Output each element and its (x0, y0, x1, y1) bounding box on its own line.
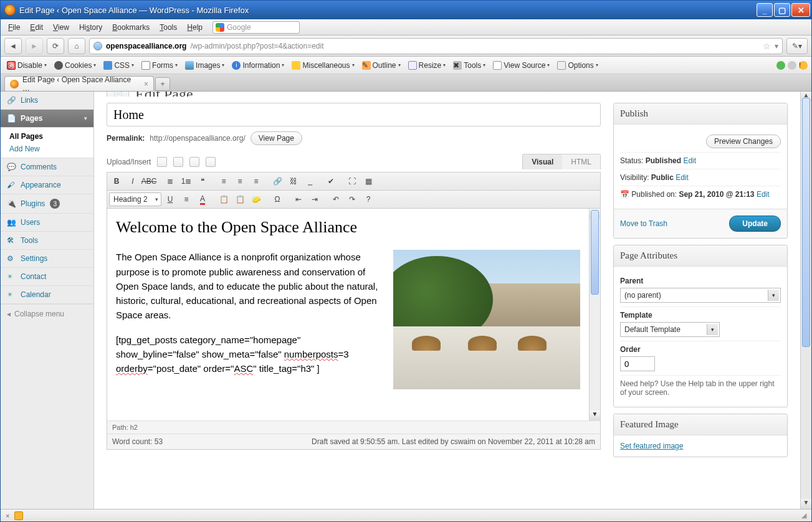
statusbar-close-icon[interactable]: × (6, 512, 9, 520)
edit-date-link[interactable]: Edit (757, 190, 770, 199)
window-maximize-button[interactable]: ▢ (774, 3, 790, 17)
browser-tab-active[interactable]: Edit Page ‹ Open Space Alliance … × (4, 76, 154, 91)
underline-button[interactable]: U (163, 192, 178, 206)
menu-bookmarks[interactable]: Bookmarks (108, 21, 153, 34)
kitchensink-button[interactable]: ▦ (361, 174, 376, 188)
preview-changes-button[interactable]: Preview Changes (706, 135, 781, 148)
wdt-outline[interactable]: ✎Outline▾ (360, 60, 403, 71)
strike-button[interactable]: ABC (141, 174, 156, 188)
resize-grip-icon[interactable]: ◢ (801, 511, 806, 520)
browser-scroll-thumb[interactable] (802, 98, 810, 347)
scroll-down-icon[interactable]: ▼ (590, 410, 600, 420)
more-button[interactable]: ⎯ (302, 174, 317, 188)
justify-button[interactable]: ≡ (179, 192, 194, 206)
template-select[interactable]: Default Template▾ (620, 322, 720, 337)
remove-format-button[interactable]: 🧽 (249, 192, 264, 206)
ol-button[interactable]: 1≣ (179, 174, 194, 188)
add-video-icon[interactable] (173, 157, 183, 167)
scroll-thumb[interactable] (591, 210, 599, 295)
window-close-button[interactable]: ✕ (791, 3, 810, 17)
wdt-forms[interactable]: Forms▾ (139, 60, 180, 71)
browser-scroll-down-icon[interactable]: ▼ (801, 499, 811, 509)
editor-body[interactable]: Welcome to the Open Space Alliance The O… (107, 209, 589, 420)
ul-button[interactable]: ≣ (163, 174, 178, 188)
parent-select[interactable]: (no parent)▾ (620, 288, 781, 303)
wdt-tools[interactable]: ✖Tools▾ (451, 60, 488, 71)
fullscreen-button[interactable]: ⛶ (345, 174, 360, 188)
sidebar-item-pages[interactable]: 📄Pages▾ (1, 110, 93, 128)
wdt-information[interactable]: iInformation▾ (229, 60, 287, 71)
wdt-resize[interactable]: Resize▾ (406, 60, 449, 71)
format-select[interactable]: Heading 2 (109, 192, 161, 206)
blockquote-button[interactable]: ❝ (195, 174, 210, 188)
undo-button[interactable]: ↶ (328, 192, 343, 206)
wdt-images[interactable]: Images▾ (183, 60, 227, 71)
sidebar-item-appearance[interactable]: 🖌Appearance (1, 176, 93, 194)
wdt-disable[interactable]: ⦸Disable▾ (4, 60, 49, 71)
window-minimize-button[interactable]: _ (757, 3, 773, 17)
bold-button[interactable]: B (109, 174, 124, 188)
editor-tab-visual[interactable]: Visual (523, 154, 562, 169)
align-center-button[interactable]: ≡ (232, 174, 247, 188)
statusbar-addon-icon[interactable] (14, 511, 23, 520)
redo-button[interactable]: ↷ (345, 192, 360, 206)
edit-visibility-link[interactable]: Edit (676, 173, 689, 182)
align-right-button[interactable]: ≡ (249, 174, 264, 188)
edit-status-link[interactable]: Edit (683, 156, 696, 165)
bookmark-star-icon[interactable]: ☆ (763, 41, 771, 51)
move-to-trash-link[interactable]: Move to Trash (620, 219, 667, 228)
sidebar-item-tools[interactable]: 🛠Tools (1, 232, 93, 250)
browser-scrollbar[interactable]: ▲ ▼ (800, 92, 811, 509)
wdt-viewsource[interactable]: View Source▾ (490, 60, 552, 71)
update-button[interactable]: Update (729, 216, 781, 232)
view-page-button[interactable]: View Page (251, 131, 302, 145)
sidebar-sub-all-pages[interactable]: All Pages (9, 130, 93, 143)
italic-button[interactable]: I (125, 174, 140, 188)
sidebar-collapse[interactable]: ◂Collapse menu (1, 304, 93, 323)
sidebar-item-calendar[interactable]: ✴Calendar (1, 286, 93, 304)
home-button[interactable]: ⌂ (68, 38, 85, 54)
wdt-misc[interactable]: Miscellaneous▾ (289, 60, 356, 71)
browser-search-field[interactable]: Google (213, 21, 300, 34)
outdent-button[interactable]: ⇤ (291, 192, 306, 206)
post-title-input[interactable] (107, 103, 601, 126)
forward-button[interactable]: ► (26, 38, 43, 54)
charmap-button[interactable]: Ω (270, 192, 285, 206)
dropdown-arrow-icon[interactable]: ▾ (775, 42, 778, 50)
sidebar-item-comments[interactable]: 💬Comments (1, 158, 93, 176)
sidebar-item-contact[interactable]: ✴Contact (1, 268, 93, 286)
add-audio-icon[interactable] (189, 157, 199, 167)
site-identity-icon[interactable] (93, 42, 102, 50)
align-left-button[interactable]: ≡ (216, 174, 231, 188)
sidebar-item-users[interactable]: 👥Users (1, 214, 93, 232)
sidebar-item-plugins[interactable]: 🔌Plugins 3 (1, 194, 93, 214)
tab-close-icon[interactable]: × (144, 80, 148, 88)
reload-button[interactable]: ⟳ (47, 38, 64, 54)
new-tab-button[interactable]: + (155, 77, 170, 91)
menu-file[interactable]: File (4, 21, 24, 34)
back-button[interactable]: ◄ (4, 38, 22, 54)
menu-edit[interactable]: Edit (26, 21, 47, 34)
wdt-cookies[interactable]: Cookies▾ (52, 60, 98, 71)
menu-help[interactable]: Help (183, 21, 206, 34)
set-featured-image-link[interactable]: Set featured image (620, 442, 683, 450)
colorpicker-button[interactable]: ✎▾ (786, 38, 808, 54)
menu-history[interactable]: History (75, 21, 106, 34)
editor-tab-html[interactable]: HTML (562, 154, 600, 169)
add-image-icon[interactable] (157, 157, 167, 167)
indent-button[interactable]: ⇥ (307, 192, 322, 206)
help-button[interactable]: ? (361, 192, 376, 206)
link-button[interactable]: 🔗 (270, 174, 285, 188)
wdt-options[interactable]: Options▾ (555, 60, 600, 71)
spellcheck-button[interactable]: ✔ (323, 174, 338, 188)
textcolor-button[interactable]: A (195, 192, 210, 206)
menu-view[interactable]: View (49, 21, 73, 34)
sidebar-item-links[interactable]: 🔗Links (1, 92, 93, 110)
add-media-icon[interactable] (206, 157, 216, 167)
paste-text-button[interactable]: 📋 (216, 192, 231, 206)
unlink-button[interactable]: ⛓ (286, 174, 301, 188)
content-image[interactable] (393, 250, 580, 389)
wdt-css[interactable]: CSS▾ (101, 60, 136, 71)
menu-tools[interactable]: Tools (156, 21, 181, 34)
sidebar-item-settings[interactable]: ⚙Settings (1, 250, 93, 268)
